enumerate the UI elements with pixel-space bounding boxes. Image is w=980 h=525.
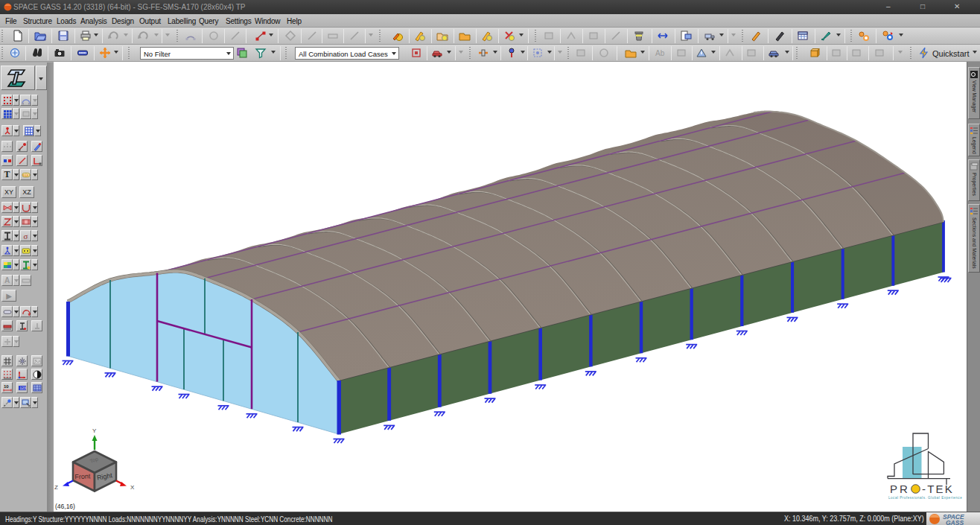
svg-text:-TEK: -TEK bbox=[922, 483, 954, 495]
svg-text:(46,16): (46,16) bbox=[55, 503, 75, 510]
svg-text:Y: Y bbox=[92, 427, 97, 434]
svg-text:Ab: Ab bbox=[655, 49, 665, 57]
svg-text:X: X bbox=[130, 484, 135, 491]
svg-text:Z: Z bbox=[54, 484, 58, 491]
svg-text:123: 123 bbox=[19, 386, 26, 390]
svg-text:Front: Front bbox=[74, 472, 91, 480]
svg-text:GASS: GASS bbox=[946, 519, 964, 525]
svg-text:10: 10 bbox=[4, 384, 9, 389]
svg-text:Local Professionals. Global: Local Professionals. Global Experience bbox=[888, 496, 962, 500]
svg-text:PR: PR bbox=[890, 483, 910, 495]
